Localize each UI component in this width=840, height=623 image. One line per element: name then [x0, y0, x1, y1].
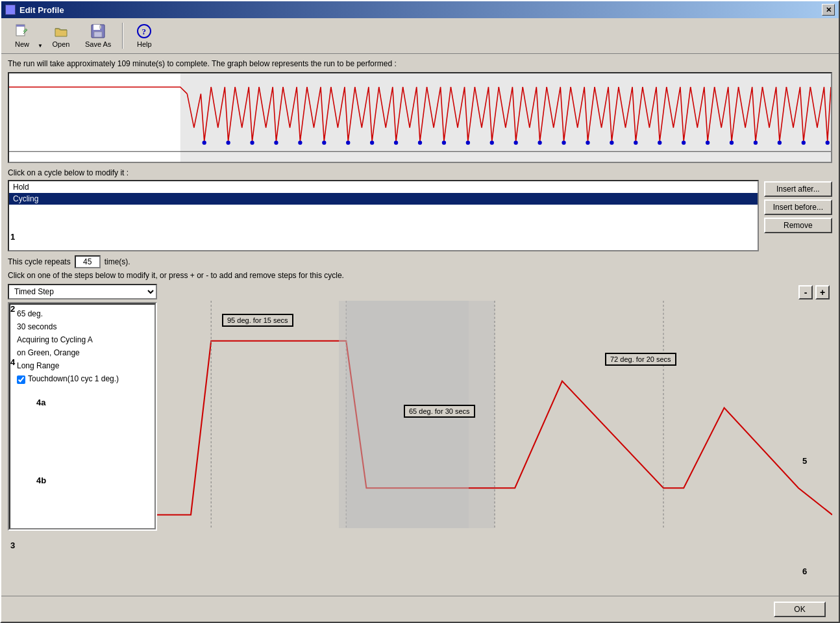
open-icon	[53, 23, 69, 39]
svg-point-37	[802, 141, 806, 145]
param-row-touchdown[interactable]: Touchdown(10 cyc 1 deg.)	[13, 372, 152, 386]
svg-point-20	[394, 141, 398, 145]
svg-point-38	[826, 141, 830, 145]
cycle-item-cycling[interactable]: Cycling	[9, 193, 758, 205]
new-button[interactable]: New	[6, 21, 38, 51]
svg-point-12	[203, 141, 206, 145]
cycles-buttons: Insert after... Insert before... Remove	[764, 180, 832, 251]
svg-point-29	[610, 141, 613, 145]
repeat-input[interactable]: 45	[75, 255, 101, 268]
cycle-item-hold[interactable]: Hold	[9, 181, 758, 193]
svg-rect-6	[99, 25, 101, 29]
svg-point-31	[658, 141, 661, 145]
svg-point-14	[250, 141, 254, 145]
save-as-icon	[90, 23, 106, 39]
svg-point-22	[442, 141, 446, 145]
param-row-seconds[interactable]: 30 seconds	[13, 320, 152, 333]
annotation-2: 65 deg. for 30 secs	[404, 405, 475, 418]
open-button[interactable]: Open	[45, 21, 77, 51]
svg-point-35	[754, 141, 758, 145]
close-button[interactable]: ✕	[822, 4, 835, 16]
number-label-6: 6	[802, 566, 807, 576]
svg-point-16	[298, 141, 302, 145]
new-dropdown-arrow[interactable]: ▼	[38, 21, 43, 51]
window-title: Edit Profile	[19, 5, 64, 15]
svg-point-21	[418, 141, 422, 145]
repeat-prefix: This cycle repeats	[8, 257, 71, 266]
touchdown-checkbox[interactable]	[17, 375, 25, 384]
svg-point-15	[274, 141, 278, 145]
bottom-bar: OK	[1, 596, 839, 622]
ok-button[interactable]: OK	[774, 602, 826, 617]
svg-rect-4	[93, 25, 100, 30]
param-row-range[interactable]: Long Range	[13, 359, 152, 372]
steps-graph-canvas: 95 deg. for 15 secs 65 deg. for 30 secs …	[157, 301, 832, 528]
toolbar-divider	[122, 23, 123, 49]
insert-before-button[interactable]: Insert before...	[764, 199, 832, 215]
insert-after-button[interactable]: Insert after...	[764, 181, 832, 197]
remove-button[interactable]: Remove	[764, 218, 832, 233]
number-label-4: 4	[10, 357, 15, 367]
title-bar: Edit Profile ✕	[1, 1, 839, 18]
step-params-box: 65 deg. 30 seconds Acquiring to Cycling …	[8, 302, 157, 531]
param-row-deg[interactable]: 65 deg.	[13, 307, 152, 320]
help-label: Help	[137, 40, 152, 48]
help-button[interactable]: ? Help	[129, 21, 160, 51]
svg-point-34	[730, 141, 734, 145]
svg-point-18	[346, 141, 350, 145]
svg-point-17	[322, 141, 326, 145]
repeat-suffix: time(s).	[105, 257, 130, 266]
main-graph	[8, 72, 832, 163]
svg-point-30	[634, 141, 637, 145]
steps-section: Timed Step 65 deg. 30 seconds Acquiring …	[8, 284, 832, 531]
svg-point-28	[586, 141, 589, 145]
param-row-color[interactable]: on Green, Orange	[13, 346, 152, 359]
svg-rect-10	[180, 73, 831, 162]
info-text: The run will take approximately 109 minu…	[8, 59, 832, 68]
minus-button[interactable]: -	[798, 285, 813, 299]
number-label-5: 5	[802, 456, 807, 466]
svg-point-19	[370, 141, 374, 145]
number-label-4b: 4b	[36, 476, 46, 485]
svg-rect-5	[94, 32, 102, 37]
step-type-select[interactable]: Timed Step	[8, 284, 157, 299]
title-icon	[5, 5, 16, 15]
svg-point-27	[562, 141, 565, 145]
svg-point-13	[226, 141, 230, 145]
svg-rect-1	[16, 25, 25, 27]
svg-point-25	[514, 141, 518, 145]
cycles-section: Hold Cycling Insert after... Insert befo…	[8, 180, 832, 251]
new-label: New	[15, 40, 29, 48]
plus-button[interactable]: +	[815, 285, 830, 299]
cycles-label: Click on a cycle below to modify it :	[8, 168, 832, 177]
step-graph-svg	[157, 301, 832, 528]
repeat-row: This cycle repeats 45 time(s).	[8, 255, 832, 268]
svg-point-33	[706, 141, 710, 145]
main-graph-svg	[9, 73, 831, 162]
number-label-1: 1	[10, 232, 15, 242]
new-icon	[14, 23, 30, 39]
open-label: Open	[52, 40, 69, 48]
number-label-4a: 4a	[36, 398, 45, 407]
toolbar: New ▼ Open Save As ?	[1, 18, 839, 54]
svg-point-24	[490, 141, 494, 145]
number-label-2: 2	[10, 304, 15, 314]
svg-text:?: ?	[142, 27, 147, 36]
steps-graph-header: - +	[157, 284, 832, 301]
step-type-row: Timed Step	[8, 284, 157, 299]
steps-left-panel: Timed Step 65 deg. 30 seconds Acquiring …	[8, 284, 157, 531]
help-icon: ?	[136, 23, 152, 39]
param-row-acquiring[interactable]: Acquiring to Cycling A	[13, 333, 152, 346]
steps-graph: - +	[157, 284, 832, 531]
svg-point-32	[682, 141, 686, 145]
svg-point-23	[466, 141, 470, 145]
annotation-3: 72 deg. for 20 secs	[605, 353, 676, 366]
content-area: The run will take approximately 109 minu…	[1, 54, 839, 536]
svg-point-26	[537, 141, 541, 145]
new-button-group[interactable]: New ▼	[6, 21, 43, 51]
cycles-list[interactable]: Hold Cycling	[8, 180, 759, 251]
number-label-3: 3	[10, 540, 15, 550]
save-as-button[interactable]: Save As	[79, 21, 117, 51]
annotation-1: 95 deg. for 15 secs	[222, 314, 293, 327]
steps-info: Click on one of the steps below to modif…	[8, 271, 832, 280]
